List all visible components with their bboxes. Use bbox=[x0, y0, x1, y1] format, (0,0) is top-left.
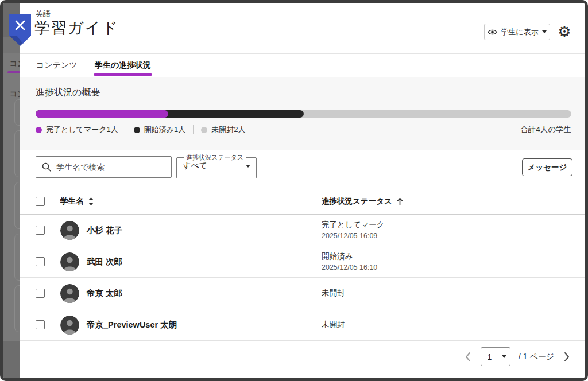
student-preview-button[interactable]: 学生に表示 bbox=[484, 24, 550, 40]
avatar bbox=[60, 252, 79, 271]
status-cell: 未開封 bbox=[322, 287, 571, 299]
select-all-checkbox[interactable] bbox=[36, 197, 45, 206]
background-tab-fragment: コンテンツ bbox=[10, 59, 20, 69]
student-name-cell: 小杉 花子 bbox=[60, 221, 322, 240]
learning-guide-panel: 英語 学習ガイド 学生に表示 ⚙ コンテンツ 学生の進捗状況 進捗状況の概要 bbox=[20, 3, 585, 378]
message-button[interactable]: メッセージ bbox=[522, 158, 572, 176]
table-header: 学生名 進捗状況ステータス bbox=[20, 189, 585, 215]
background-tab-underline bbox=[7, 71, 20, 73]
legend-separator bbox=[193, 125, 194, 134]
next-page-button[interactable] bbox=[562, 351, 571, 363]
background-content-fragment: コンテンツ bbox=[10, 89, 20, 99]
student-search-box bbox=[36, 156, 172, 178]
background-card-outline bbox=[14, 99, 20, 126]
legend-separator bbox=[126, 125, 126, 134]
row-checkbox[interactable] bbox=[36, 226, 45, 235]
avatar bbox=[60, 316, 79, 335]
progress-segment-complete bbox=[36, 110, 168, 118]
progress-overview-title: 進捗状況の概要 bbox=[36, 87, 100, 99]
dimmed-background-page: コンテンツ コンテンツ bbox=[3, 3, 20, 378]
student-name-cell: 帝京 太郎 bbox=[60, 284, 322, 303]
avatar bbox=[60, 221, 79, 240]
pagination: 1 / 1 ページ bbox=[463, 347, 571, 366]
student-preview-label: 学生に表示 bbox=[501, 27, 538, 37]
student-name: 小杉 花子 bbox=[87, 225, 122, 236]
status-cell: 未開封 bbox=[322, 319, 571, 331]
progress-legend: 完了としてマーク1人 開始済み1人 未開封2人 合計4人の学生 bbox=[36, 125, 571, 135]
person-icon bbox=[60, 252, 79, 271]
status-filter-value: すべて bbox=[183, 161, 207, 171]
previous-page-button[interactable] bbox=[463, 351, 473, 363]
student-name-cell: 武田 次郎 bbox=[60, 252, 322, 271]
chevron-down-icon bbox=[246, 165, 250, 168]
tab-student-progress[interactable]: 学生の進捗状況 bbox=[95, 53, 151, 77]
legend-label: 完了としてマーク1人 bbox=[46, 125, 118, 135]
legend-label: 未開封2人 bbox=[211, 125, 245, 135]
student-table-body: 小杉 花子 完了としてマーク 2025/12/05 16:09 bbox=[20, 215, 585, 341]
student-name: 武田 次郎 bbox=[87, 256, 122, 267]
app-window: コンテンツ コンテンツ ❘❘ 英語 学習ガイド 学生に表示 ⚙ bbox=[0, 0, 588, 381]
table-row[interactable]: 帝京 太郎 未開封 bbox=[20, 278, 585, 309]
status-text: 未開封 bbox=[322, 287, 571, 299]
table-row[interactable]: 武田 次郎 開始済み 2025/12/05 16:10 bbox=[20, 246, 585, 278]
status-cell: 開始済み 2025/12/05 16:10 bbox=[322, 251, 571, 273]
legend-dot-unopened bbox=[201, 127, 207, 133]
table-row[interactable]: 小杉 花子 完了としてマーク 2025/12/05 16:09 bbox=[20, 215, 585, 246]
row-checkbox[interactable] bbox=[36, 320, 45, 329]
person-icon bbox=[60, 221, 79, 240]
close-panel-button[interactable] bbox=[8, 14, 32, 49]
status-date: 2025/12/05 16:10 bbox=[322, 262, 571, 273]
column-header-name[interactable]: 学生名 bbox=[60, 196, 322, 207]
column-header-status[interactable]: 進捗状況ステータス bbox=[322, 196, 571, 207]
progress-bar bbox=[36, 110, 571, 118]
legend-item-complete: 完了としてマーク1人 bbox=[36, 125, 118, 135]
eye-icon bbox=[488, 29, 497, 36]
sort-ascending-icon bbox=[397, 197, 403, 205]
background-card-outline bbox=[14, 130, 20, 177]
row-checkbox[interactable] bbox=[36, 289, 45, 298]
table-row[interactable]: 帝京_PreviewUser 太朗 未開封 bbox=[20, 309, 585, 341]
background-card-outline bbox=[14, 182, 20, 229]
avatar bbox=[60, 284, 79, 303]
row-checkbox[interactable] bbox=[36, 257, 45, 266]
person-icon bbox=[60, 284, 79, 303]
legend-label: 開始済み1人 bbox=[144, 125, 186, 135]
legend-dot-started bbox=[134, 127, 140, 133]
status-text: 完了としてマーク bbox=[322, 219, 571, 231]
student-name: 帝京_PreviewUser 太朗 bbox=[87, 320, 177, 331]
chevron-down-icon bbox=[542, 30, 547, 33]
gear-icon[interactable]: ⚙ bbox=[555, 22, 574, 41]
chevron-right-icon bbox=[563, 352, 570, 362]
legend-item-unopened: 未開封2人 bbox=[201, 125, 245, 135]
sort-icon bbox=[88, 197, 94, 205]
progress-overview-section: 進捗状況の概要 完了としてマーク1人 開始済み1人 bbox=[20, 77, 585, 150]
student-name-cell: 帝京_PreviewUser 太朗 bbox=[60, 316, 322, 335]
background-footer-band bbox=[3, 341, 20, 378]
panel-tabs: コンテンツ 学生の進捗状況 bbox=[36, 53, 151, 77]
close-icon bbox=[8, 14, 32, 47]
legend-item-started: 開始済み1人 bbox=[134, 125, 186, 135]
status-date: 2025/12/05 16:09 bbox=[322, 231, 571, 241]
status-filter-select[interactable]: 進捗状況ステータス すべて bbox=[176, 153, 257, 178]
chevron-left-icon bbox=[465, 352, 471, 362]
filter-row: 進捗状況ステータス すべて メッセージ bbox=[20, 153, 585, 183]
page-title: 学習ガイド bbox=[34, 18, 119, 38]
current-page-number: 1 bbox=[481, 352, 498, 361]
status-text: 開始済み bbox=[322, 251, 571, 262]
total-students-label: 合計4人の学生 bbox=[520, 125, 571, 135]
status-text: 未開封 bbox=[322, 319, 571, 331]
legend-dot-complete bbox=[36, 127, 42, 133]
background-card-outline bbox=[14, 234, 20, 281]
student-search-input[interactable] bbox=[56, 162, 160, 172]
page-total-label: / 1 ページ bbox=[519, 352, 554, 362]
chevron-down-icon bbox=[502, 355, 506, 358]
background-card-outline bbox=[14, 285, 20, 332]
student-name: 帝京 太郎 bbox=[87, 288, 122, 299]
status-cell: 完了としてマーク 2025/12/05 16:09 bbox=[322, 219, 571, 241]
tab-content[interactable]: コンテンツ bbox=[36, 53, 78, 77]
page-select[interactable]: 1 bbox=[481, 347, 510, 366]
search-icon bbox=[42, 162, 51, 172]
person-icon bbox=[60, 316, 79, 335]
